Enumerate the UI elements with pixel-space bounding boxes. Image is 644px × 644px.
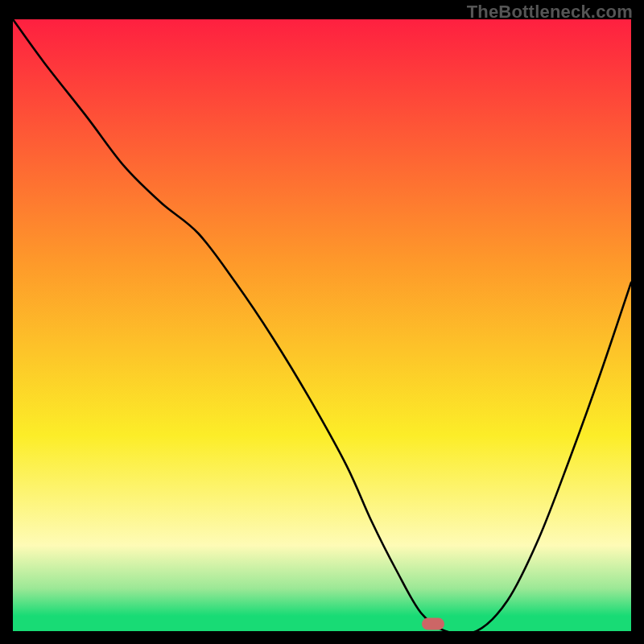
plot-area bbox=[13, 19, 631, 631]
bottleneck-curve bbox=[13, 19, 631, 634]
curve-layer bbox=[13, 19, 631, 631]
optimal-point-marker bbox=[422, 617, 444, 630]
chart-stage: TheBottleneck.com bbox=[0, 0, 644, 644]
